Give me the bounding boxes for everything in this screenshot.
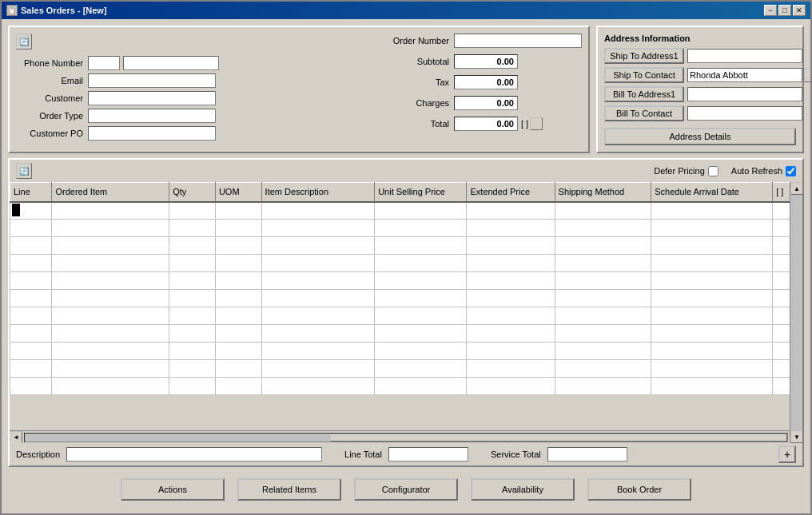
configurator-button[interactable]: Configurator xyxy=(354,478,458,501)
ship-to-address-input[interactable] xyxy=(687,49,802,63)
email-input[interactable] xyxy=(88,73,216,88)
cell-uom[interactable] xyxy=(215,202,261,220)
grid-inner: Line Ordered Item Qty UOM Item Descripti… xyxy=(10,182,802,430)
scroll-left-btn[interactable]: ◄ xyxy=(10,431,22,444)
cell-ordered-item[interactable] xyxy=(52,220,169,237)
maximize-button[interactable]: □ xyxy=(778,5,791,16)
cell-shipping-method[interactable] xyxy=(555,220,651,237)
grid-icon[interactable]: 🔄 xyxy=(16,163,32,179)
address-details-btn[interactable]: Address Details xyxy=(604,128,796,145)
table-row[interactable] xyxy=(10,202,802,220)
cell-unit-selling-price[interactable] xyxy=(375,220,467,237)
customer-po-input[interactable] xyxy=(88,126,216,141)
table-row[interactable] xyxy=(10,343,802,360)
cell-line[interactable] xyxy=(10,220,52,237)
phone-inputs xyxy=(88,56,219,70)
table-row[interactable] xyxy=(10,255,802,272)
order-number-row: Order Number xyxy=(374,34,582,48)
col-header-uom: UOM xyxy=(215,183,261,202)
subtotal-value[interactable]: 0.00 xyxy=(454,54,518,69)
cell-extended-price[interactable] xyxy=(467,220,555,237)
cell-schedule-arrival-date[interactable] xyxy=(651,220,773,237)
grid-header-row: Line Ordered Item Qty UOM Item Descripti… xyxy=(10,183,802,202)
close-button[interactable]: ✕ xyxy=(793,5,806,16)
title-bar-controls: − □ ✕ xyxy=(764,5,806,16)
phone-area-input[interactable] xyxy=(88,56,120,70)
app-icon: 📋 xyxy=(6,5,18,16)
bill-to-contact-row: Bill To Contact xyxy=(604,105,796,121)
bill-to-contact-btn[interactable]: Bill To Contact xyxy=(604,105,684,121)
table-row[interactable] xyxy=(10,237,802,255)
description-input[interactable] xyxy=(66,447,322,462)
form-icon[interactable]: 🔄 xyxy=(16,34,32,50)
book-order-button[interactable]: Book Order xyxy=(587,478,691,501)
related-items-button[interactable]: Related Items xyxy=(237,478,341,501)
charges-label: Charges xyxy=(374,98,454,108)
bottom-bar: Description Line Total Service Total + xyxy=(10,443,802,465)
ship-to-contact-btn[interactable]: Ship To Contact xyxy=(604,67,684,83)
cell-ordered-item[interactable] xyxy=(52,202,169,220)
col-header-unit-selling-price: Unit Selling Price xyxy=(375,183,467,202)
ship-to-address-btn[interactable]: Ship To Address1 xyxy=(604,48,684,64)
ship-to-contact-input[interactable] xyxy=(687,68,802,82)
email-label: Email xyxy=(16,76,88,85)
cell-item-description[interactable] xyxy=(261,202,375,220)
table-row[interactable] xyxy=(10,325,802,343)
action-bar: Actions Related Items Configurator Avail… xyxy=(8,472,804,507)
address-title: Address Information xyxy=(604,34,796,43)
col-header-extended-price: Extended Price xyxy=(467,183,555,202)
cell-extended-price[interactable] xyxy=(467,202,555,220)
cell-shipping-method[interactable] xyxy=(555,202,651,220)
total-extra-btn[interactable] xyxy=(530,117,543,130)
defer-pricing-label: Defer Pricing xyxy=(654,166,718,176)
sales-orders-window: 📋 Sales Orders - [New] − □ ✕ 🔄 Phone Num… xyxy=(0,0,812,515)
charges-value[interactable]: 0.00 xyxy=(454,96,518,110)
window-title: Sales Orders - [New] xyxy=(21,6,107,15)
actions-button[interactable]: Actions xyxy=(121,478,225,501)
vertical-scrollbar[interactable]: ▲ ▼ xyxy=(790,182,802,430)
bill-to-address-input[interactable] xyxy=(687,87,802,101)
cell-line[interactable] xyxy=(10,202,52,220)
phone-label: Phone Number xyxy=(16,58,88,68)
bill-to-address-btn[interactable]: Bill To Address1 xyxy=(604,86,684,102)
minimize-button[interactable]: − xyxy=(764,5,777,16)
table-row[interactable] xyxy=(10,360,802,378)
defer-pricing-text: Defer Pricing xyxy=(654,166,705,176)
add-row-btn[interactable]: + xyxy=(778,446,796,463)
cell-schedule-arrival-date[interactable] xyxy=(651,202,773,220)
table-row[interactable] xyxy=(10,272,802,290)
line-total-label: Line Total xyxy=(344,450,382,459)
cell-qty[interactable] xyxy=(169,220,216,237)
line-total-input[interactable] xyxy=(388,447,468,462)
customer-input[interactable] xyxy=(88,91,216,105)
table-row[interactable] xyxy=(10,290,802,307)
hscroll-thumb xyxy=(330,434,787,442)
phone-number-input[interactable] xyxy=(123,56,219,70)
total-value[interactable]: 0.00 xyxy=(454,117,518,131)
table-row[interactable] xyxy=(10,378,802,395)
cell-item-description[interactable] xyxy=(261,220,375,237)
auto-refresh-checkbox[interactable] xyxy=(786,166,796,176)
order-type-input[interactable] xyxy=(88,109,216,123)
bill-to-contact-input[interactable] xyxy=(687,106,802,121)
table-row[interactable] xyxy=(10,220,802,237)
cell-qty[interactable] xyxy=(169,202,216,220)
scroll-up-btn[interactable]: ▲ xyxy=(790,182,802,195)
service-total-input[interactable] xyxy=(547,447,627,462)
address-panel: Address Information Ship To Address1 Shi… xyxy=(596,26,804,153)
availability-button[interactable]: Availability xyxy=(471,478,575,501)
tax-value[interactable]: 0.00 xyxy=(454,75,518,89)
customer-label: Customer xyxy=(16,93,88,103)
bill-to-address-row: Bill To Address1 xyxy=(604,86,796,102)
table-row[interactable] xyxy=(10,307,802,325)
ship-to-contact-more-btn[interactable]: ... xyxy=(804,68,810,82)
cell-unit-selling-price[interactable] xyxy=(375,202,467,220)
order-number-input[interactable] xyxy=(454,34,582,48)
hscroll-track[interactable] xyxy=(24,433,788,442)
content-area: 🔄 Phone Number Email Customer xyxy=(2,19,810,513)
service-total-label: Service Total xyxy=(491,450,541,459)
total-brackets: [ ] xyxy=(521,119,528,129)
cell-uom[interactable] xyxy=(215,220,261,237)
cell-line[interactable] xyxy=(10,237,52,255)
defer-pricing-checkbox[interactable] xyxy=(708,166,718,176)
